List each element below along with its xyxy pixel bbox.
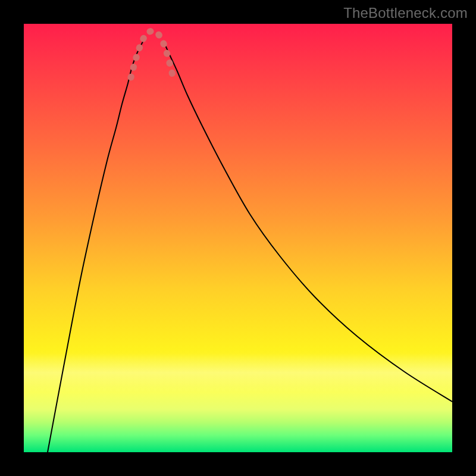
curve-left-branch bbox=[48, 42, 143, 452]
curve-valley-highlight bbox=[131, 31, 174, 80]
image-root: TheBottleneck.com bbox=[0, 0, 476, 476]
chart-svg bbox=[24, 24, 452, 452]
curve-right-branch bbox=[164, 42, 452, 402]
watermark-text: TheBottleneck.com bbox=[343, 5, 468, 21]
